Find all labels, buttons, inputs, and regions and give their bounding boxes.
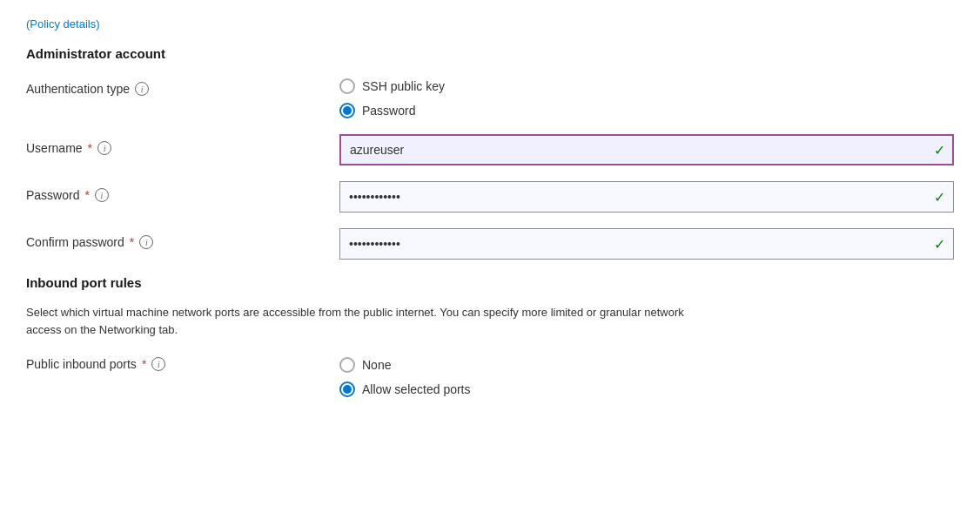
public-ports-options: None Allow selected ports bbox=[339, 354, 954, 397]
username-input-wrapper: ✓ bbox=[339, 134, 954, 165]
username-label-text: Username bbox=[26, 141, 83, 155]
confirm-password-input[interactable] bbox=[339, 228, 954, 260]
auth-password-label: Password bbox=[362, 104, 415, 118]
confirm-password-info-icon[interactable]: i bbox=[139, 235, 153, 249]
auth-type-label-text: Authentication type bbox=[26, 82, 130, 96]
public-ports-row: Public inbound ports * i None Allow sele… bbox=[26, 354, 954, 397]
public-ports-radio-group: None Allow selected ports bbox=[339, 354, 954, 397]
auth-type-label: Authentication type i bbox=[26, 75, 339, 96]
username-required: * bbox=[88, 141, 92, 155]
username-row: Username * i ✓ bbox=[26, 134, 954, 165]
admin-section-title: Administrator account bbox=[26, 46, 954, 61]
inbound-section-title: Inbound port rules bbox=[26, 275, 954, 290]
ports-none-radio[interactable] bbox=[339, 357, 355, 373]
auth-ssh-radio[interactable] bbox=[339, 78, 355, 94]
public-ports-label: Public inbound ports * i bbox=[26, 354, 339, 371]
username-check-icon: ✓ bbox=[934, 142, 945, 159]
auth-ssh-label: SSH public key bbox=[362, 79, 445, 93]
password-info-icon[interactable]: i bbox=[95, 188, 109, 202]
password-input-area: ✓ bbox=[339, 181, 954, 213]
username-input-area: ✓ bbox=[339, 134, 954, 165]
ports-allow-label: Allow selected ports bbox=[362, 382, 471, 396]
public-ports-required: * bbox=[142, 357, 146, 371]
inbound-section: Inbound port rules Select which virtual … bbox=[26, 275, 954, 397]
auth-type-info-icon[interactable]: i bbox=[135, 82, 149, 96]
username-input[interactable] bbox=[339, 134, 954, 165]
confirm-password-check-icon: ✓ bbox=[934, 236, 945, 253]
password-required: * bbox=[84, 188, 89, 202]
ports-none-label: None bbox=[362, 358, 391, 372]
confirm-password-input-wrapper: ✓ bbox=[339, 228, 954, 260]
auth-type-radio-group: SSH public key Password bbox=[339, 75, 954, 118]
ports-allow-radio[interactable] bbox=[339, 381, 355, 397]
policy-details-link[interactable]: (Policy details) bbox=[26, 17, 954, 30]
auth-password-option[interactable]: Password bbox=[339, 103, 954, 118]
ports-allow-option[interactable]: Allow selected ports bbox=[339, 381, 954, 397]
password-label-text: Password bbox=[26, 188, 79, 202]
auth-type-row: Authentication type i SSH public key Pas… bbox=[26, 75, 954, 118]
password-row: Password * i ✓ bbox=[26, 181, 954, 213]
confirm-password-input-area: ✓ bbox=[339, 228, 954, 260]
auth-password-radio[interactable] bbox=[339, 103, 355, 118]
admin-section: Administrator account Authentication typ… bbox=[26, 46, 954, 260]
public-ports-label-text: Public inbound ports bbox=[26, 357, 137, 371]
password-check-icon: ✓ bbox=[934, 189, 945, 206]
password-input[interactable] bbox=[339, 181, 954, 213]
public-ports-info-icon[interactable]: i bbox=[151, 357, 165, 371]
confirm-password-required: * bbox=[130, 235, 134, 249]
auth-ssh-option[interactable]: SSH public key bbox=[339, 78, 954, 94]
inbound-description: Select which virtual machine network por… bbox=[26, 304, 705, 338]
password-input-wrapper: ✓ bbox=[339, 181, 954, 213]
confirm-password-label-text: Confirm password bbox=[26, 235, 124, 249]
username-info-icon[interactable]: i bbox=[97, 141, 111, 155]
username-label: Username * i bbox=[26, 134, 339, 155]
confirm-password-label: Confirm password * i bbox=[26, 228, 339, 249]
password-label: Password * i bbox=[26, 181, 339, 202]
ports-none-option[interactable]: None bbox=[339, 357, 954, 373]
auth-type-options: SSH public key Password bbox=[339, 75, 954, 118]
confirm-password-row: Confirm password * i ✓ bbox=[26, 228, 954, 260]
